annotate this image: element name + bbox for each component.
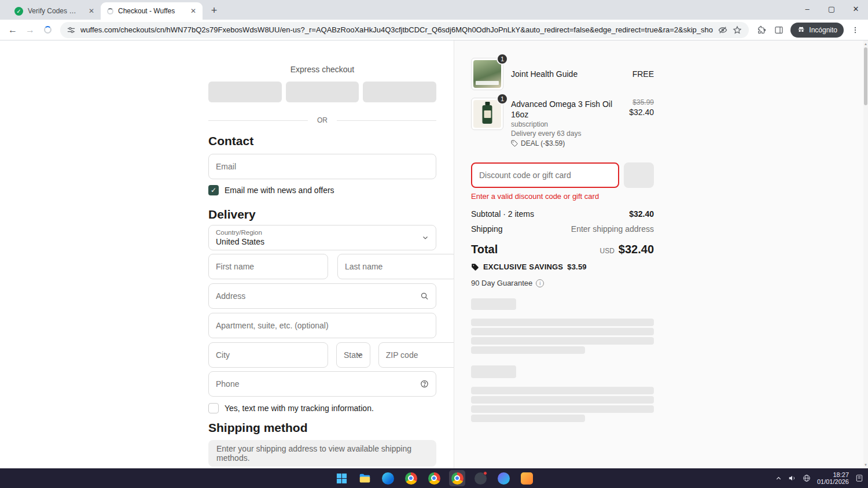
- email-field[interactable]: [208, 154, 436, 179]
- discount-code-input[interactable]: [471, 162, 619, 188]
- last-name-field[interactable]: [337, 254, 454, 279]
- purple-app-icon[interactable]: [495, 470, 512, 486]
- loading-skeleton: [471, 328, 654, 335]
- zip-field[interactable]: [378, 342, 454, 368]
- country-label: Country/Region: [216, 229, 429, 236]
- last-name-input[interactable]: [345, 262, 450, 271]
- site-info-icon[interactable]: [67, 26, 75, 34]
- sms-tracking-checkbox[interactable]: [208, 403, 219, 413]
- news-offers-row[interactable]: ✓ Email me with news and offers: [208, 185, 436, 195]
- incognito-icon: [797, 25, 806, 34]
- chrome-browser-icon[interactable]: [426, 470, 442, 486]
- taskbar-clock[interactable]: 18:27 01/01/2026: [817, 471, 849, 486]
- forward-button[interactable]: →: [22, 22, 38, 38]
- tray-chevron-up-icon[interactable]: [775, 475, 782, 482]
- page-scrollbar[interactable]: ▲ ▼: [863, 40, 868, 468]
- loading-skeleton: [471, 387, 654, 394]
- menu-dots-icon[interactable]: [847, 22, 863, 38]
- chevron-down-icon: [356, 352, 363, 358]
- item-delivery-frequency: Delivery every 63 days: [511, 129, 621, 138]
- search-icon: [420, 292, 429, 301]
- country-select[interactable]: Country/Region United States: [208, 225, 436, 250]
- order-summary: 1 Joint Health Guide FREE 1 Advanced Ome…: [454, 40, 863, 468]
- volume-icon[interactable]: [788, 474, 796, 482]
- news-offers-label: Email me with news and offers: [225, 186, 334, 195]
- savings-row: EXCLUSIVE SAVINGS $3.59: [471, 263, 654, 271]
- incognito-badge: Incógnito: [790, 23, 844, 38]
- discount-row: [471, 162, 654, 188]
- item-name: Advanced Omega 3 Fish Oil 16oz: [511, 99, 621, 120]
- news-offers-checkbox[interactable]: ✓: [208, 185, 219, 195]
- phone-input[interactable]: [216, 379, 429, 389]
- network-icon[interactable]: [803, 474, 811, 482]
- scroll-up-arrow-icon[interactable]: ▲: [863, 41, 868, 47]
- orange-app-icon[interactable]: [518, 470, 535, 486]
- tray-time: 18:27: [817, 471, 849, 479]
- incognito-label: Incógnito: [809, 26, 837, 34]
- extensions-icon[interactable]: [753, 22, 770, 38]
- currency-code: USD: [599, 247, 614, 255]
- close-icon[interactable]: ✕: [87, 6, 96, 16]
- new-tab-button[interactable]: +: [207, 3, 222, 18]
- edge-browser-icon[interactable]: [380, 470, 396, 486]
- close-window-button[interactable]: ✕: [844, 0, 868, 17]
- zip-input[interactable]: [386, 350, 454, 360]
- first-name-input[interactable]: [216, 262, 321, 271]
- loading-spinner-icon: [107, 8, 113, 14]
- cart-item: 1 Joint Health Guide FREE: [471, 58, 654, 90]
- minimize-button[interactable]: –: [795, 0, 819, 17]
- savings-tag-icon: [471, 263, 479, 271]
- tab-checkout-wuffes[interactable]: Checkout - Wuffes ✕: [101, 2, 203, 20]
- sms-tracking-row[interactable]: Yes, text me with my tracking informatio…: [208, 403, 436, 413]
- deal-label: DEAL (-$3.59): [521, 139, 565, 147]
- tab-title: Verify Codes — SimplyCodes: [28, 7, 82, 15]
- delivery-heading: Delivery: [208, 207, 436, 222]
- price-now: $32.40: [629, 107, 654, 117]
- state-select[interactable]: State: [336, 342, 370, 368]
- item-price: FREE: [632, 69, 654, 79]
- loading-skeleton: [471, 396, 654, 404]
- apartment-input[interactable]: [216, 321, 429, 330]
- first-name-field[interactable]: [208, 254, 328, 279]
- loading-skeleton: [471, 405, 654, 413]
- email-input[interactable]: [216, 162, 429, 171]
- phone-field[interactable]: [208, 371, 436, 397]
- address-input[interactable]: [216, 291, 429, 301]
- dark-app-icon[interactable]: [472, 470, 488, 486]
- file-explorer-icon[interactable]: [356, 470, 373, 486]
- close-icon[interactable]: ✕: [189, 6, 198, 16]
- city-input[interactable]: [216, 350, 321, 360]
- scroll-down-arrow-icon[interactable]: ▼: [863, 462, 868, 468]
- shipping-notice: Enter your shipping address to view avai…: [208, 440, 436, 467]
- chrome-browser-icon-active[interactable]: [449, 470, 465, 486]
- back-button[interactable]: ←: [5, 22, 21, 38]
- start-button[interactable]: [333, 470, 350, 486]
- scrollbar-thumb[interactable]: [864, 47, 867, 105]
- info-icon[interactable]: i: [536, 279, 544, 287]
- shipping-label: Shipping: [471, 224, 503, 234]
- tab-verify-codes[interactable]: ✓ Verify Codes — SimplyCodes ✕: [8, 2, 101, 20]
- subtotal-label: Subtotal · 2 items: [471, 209, 534, 219]
- quantity-badge: 1: [496, 93, 508, 105]
- notifications-icon[interactable]: [855, 474, 863, 482]
- address-field[interactable]: [208, 283, 436, 309]
- checkout-page: Express checkout OR Contact ✓ Email me w…: [0, 40, 868, 468]
- maximize-button[interactable]: ▢: [819, 0, 844, 17]
- side-panel-icon[interactable]: [771, 22, 787, 38]
- or-label: OR: [317, 116, 328, 124]
- chrome-browser-icon[interactable]: [403, 470, 419, 486]
- item-price: $35.99 $32.40: [629, 98, 654, 147]
- simplycodes-check-icon: ✓: [14, 7, 23, 16]
- help-icon[interactable]: [420, 380, 429, 389]
- city-field[interactable]: [208, 342, 328, 368]
- eye-off-icon[interactable]: [718, 25, 727, 35]
- apartment-field[interactable]: [208, 313, 436, 338]
- cart-item: 1 Advanced Omega 3 Fish Oil 16oz subscri…: [471, 98, 654, 147]
- address-bar[interactable]: wuffes.com/checkouts/cn/hWN77bQ2s79Fxebo…: [60, 22, 749, 38]
- fish-oil-bottle-image: [473, 100, 501, 128]
- reload-button[interactable]: [39, 22, 56, 38]
- apply-button[interactable]: [624, 162, 654, 188]
- bookmark-star-icon[interactable]: [733, 25, 742, 35]
- tab-title: Checkout - Wuffes: [118, 7, 184, 15]
- subtotal-row: Subtotal · 2 items $32.40: [471, 209, 654, 219]
